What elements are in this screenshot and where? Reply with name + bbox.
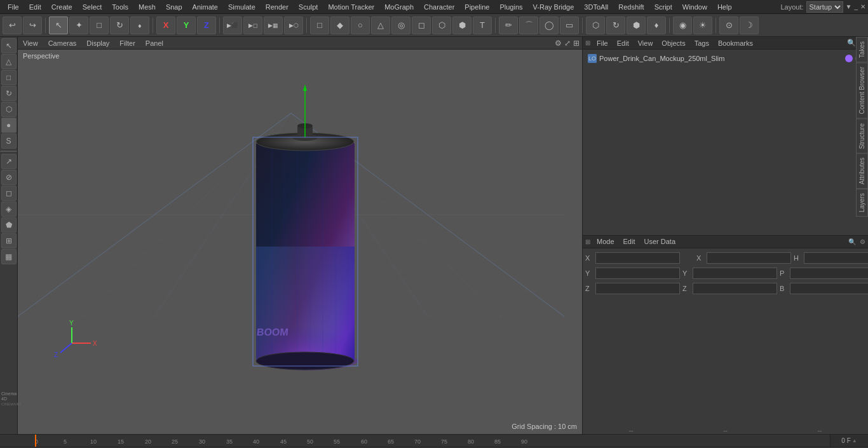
coord-h-input[interactable]: 0 ° — [804, 252, 868, 264]
sidebar-mode-0[interactable]: ↖ — [1, 38, 17, 53]
cube-object-button[interactable]: □ — [310, 17, 329, 34]
render-full-button[interactable]: ▶▦ — [264, 17, 283, 34]
object-item-can[interactable]: LO Power_Drink_Can_Mockup_250ml_Slim — [585, 52, 865, 65]
transform-tool-button[interactable]: ⬧ — [130, 17, 149, 34]
cylinder-object-button[interactable]: ○ — [351, 17, 370, 34]
right-bottom-edit[interactable]: Edit — [621, 238, 638, 245]
sidebar-mode-3[interactable]: ↻ — [1, 86, 17, 101]
floor-button[interactable]: ⊙ — [719, 17, 738, 34]
coord-x-pos-input[interactable]: 0 cm — [595, 252, 680, 264]
viewport[interactable]: BOOM X Y Z Perspective Grid Spacing : 10… — [18, 50, 582, 434]
sidebar-mode-12[interactable]: ⊞ — [1, 233, 17, 248]
move-tool-button[interactable]: ✦ — [69, 17, 88, 34]
tab-attributes[interactable]: Attributes — [856, 153, 868, 189]
sphere-object-button[interactable]: ◆ — [330, 17, 349, 34]
render-anim-button[interactable]: ▶⬡ — [284, 17, 303, 34]
right-menu-view[interactable]: View — [635, 39, 656, 47]
sky-button[interactable]: ☽ — [740, 17, 759, 34]
menu-redshift[interactable]: Redshift — [613, 2, 649, 12]
spline-rect-button[interactable]: ▭ — [560, 17, 579, 34]
menu-sculpt[interactable]: Sculpt — [294, 2, 323, 12]
menu-mograph[interactable]: MoGraph — [379, 2, 419, 12]
layout-close-icon[interactable]: ✕ — [860, 3, 865, 10]
right-bottom-userdata[interactable]: User Data — [642, 238, 679, 245]
spline-circle-button[interactable]: ◯ — [539, 17, 559, 34]
pen-tool-button[interactable]: ✏ — [499, 17, 518, 34]
tab-takes[interactable]: Takes — [856, 37, 868, 62]
redo-button[interactable]: ↪ — [23, 17, 42, 34]
camera-button[interactable]: ◉ — [673, 17, 692, 34]
menu-character[interactable]: Character — [419, 2, 459, 12]
sidebar-mode-1[interactable]: △ — [1, 54, 17, 69]
layout-dropdown[interactable]: Startup — [806, 1, 843, 13]
menu-mesh[interactable]: Mesh — [133, 2, 161, 12]
viewport-menu-panel[interactable]: Panel — [143, 39, 166, 47]
sidebar-mode-6[interactable]: S — [1, 133, 17, 149]
select-tool-button[interactable]: ↖ — [49, 17, 68, 34]
menu-create[interactable]: Create — [46, 2, 78, 12]
right-menu-edit[interactable]: Edit — [614, 39, 632, 47]
y-axis-button[interactable]: Y — [177, 17, 196, 34]
light-button[interactable]: ☀ — [693, 17, 712, 34]
viewport-menu-filter[interactable]: Filter — [117, 39, 137, 47]
viewport-icon-settings[interactable]: ⚙ — [555, 39, 562, 48]
z-axis-button[interactable]: Z — [197, 17, 216, 34]
menu-edit[interactable]: Edit — [24, 2, 46, 12]
extrude-button[interactable]: ⬡ — [586, 17, 605, 34]
tab-layers[interactable]: Layers — [856, 189, 868, 217]
menu-select[interactable]: Select — [78, 2, 107, 12]
right-menu-objects[interactable]: Objects — [659, 39, 688, 47]
tab-content-browser[interactable]: Content Browser — [856, 62, 868, 118]
menu-simulate[interactable]: Simulate — [223, 2, 261, 12]
right-menu-bookmarks[interactable]: Bookmarks — [715, 39, 756, 47]
menu-snap[interactable]: Snap — [161, 2, 187, 12]
menu-script[interactable]: Script — [649, 2, 677, 12]
coord-z-size-input[interactable]: 0 cm — [693, 283, 777, 294]
menu-render[interactable]: Render — [261, 2, 294, 12]
disc-object-button[interactable]: ◻ — [412, 17, 431, 34]
sidebar-mode-2[interactable]: □ — [1, 70, 17, 85]
timeline-ruler[interactable]: 0 5 10 15 20 25 30 35 40 45 50 55 60 65 … — [0, 435, 830, 447]
sweep-button[interactable]: ♦ — [647, 17, 666, 34]
right-bottom-mode[interactable]: Mode — [594, 238, 617, 245]
spline-arc-button[interactable]: ⌒ — [519, 17, 538, 34]
menu-motion-tracker[interactable]: Motion Tracker — [323, 2, 379, 12]
menu-vray[interactable]: V-Ray Bridge — [528, 2, 580, 12]
viewport-menu-view[interactable]: View — [20, 39, 41, 47]
rotate-tool-button[interactable]: ↻ — [110, 17, 129, 34]
coord-x-size-input[interactable]: 0 cm — [707, 252, 791, 264]
viewport-menu-cameras[interactable]: Cameras — [46, 39, 79, 47]
torus-object-button[interactable]: ◎ — [391, 17, 410, 34]
sidebar-mode-9[interactable]: ◻ — [1, 186, 17, 201]
sidebar-mode-4[interactable]: ⬡ — [1, 102, 17, 117]
sidebar-mode-7[interactable]: ↗ — [1, 154, 17, 169]
undo-button[interactable]: ↩ — [3, 17, 22, 34]
right-menu-file[interactable]: File — [594, 39, 611, 47]
tab-structure[interactable]: Structure — [856, 119, 868, 154]
menu-3dtoall[interactable]: 3DToAll — [579, 2, 613, 12]
viewport-icon-layout[interactable]: ⊞ — [573, 39, 580, 48]
coord-p-input[interactable]: 0 ° — [790, 268, 868, 279]
cone-object-button[interactable]: △ — [371, 17, 390, 34]
sidebar-mode-11[interactable]: ⬟ — [1, 217, 17, 233]
menu-window[interactable]: Window — [677, 2, 712, 12]
landscape-object-button[interactable]: ⬢ — [452, 17, 471, 34]
sidebar-mode-8[interactable]: ⊘ — [1, 170, 17, 185]
coord-y-pos-input[interactable]: 0 cm — [595, 268, 680, 279]
coord-y-size-input[interactable]: 0 cm — [693, 268, 777, 279]
viewport-icon-maximize[interactable]: ⤢ — [564, 39, 571, 48]
menu-file[interactable]: File — [3, 2, 24, 12]
menu-pipeline[interactable]: Pipeline — [459, 2, 494, 12]
lathe-button[interactable]: ↻ — [606, 17, 625, 34]
loft-button[interactable]: ⬢ — [627, 17, 646, 34]
render-view-button[interactable]: ▶◻ — [243, 17, 262, 34]
layout-minimize-icon[interactable]: _ — [854, 3, 858, 10]
coord-z-pos-input[interactable]: 0 cm — [595, 283, 680, 294]
scale-tool-button[interactable]: □ — [90, 17, 109, 34]
menu-tools[interactable]: Tools — [107, 2, 133, 12]
menu-help[interactable]: Help — [712, 2, 737, 12]
viewport-menu-display[interactable]: Display — [84, 39, 112, 47]
sidebar-mode-10[interactable]: ◈ — [1, 201, 17, 217]
x-axis-button[interactable]: X — [156, 17, 175, 34]
sidebar-mode-13[interactable]: ▦ — [1, 249, 17, 264]
